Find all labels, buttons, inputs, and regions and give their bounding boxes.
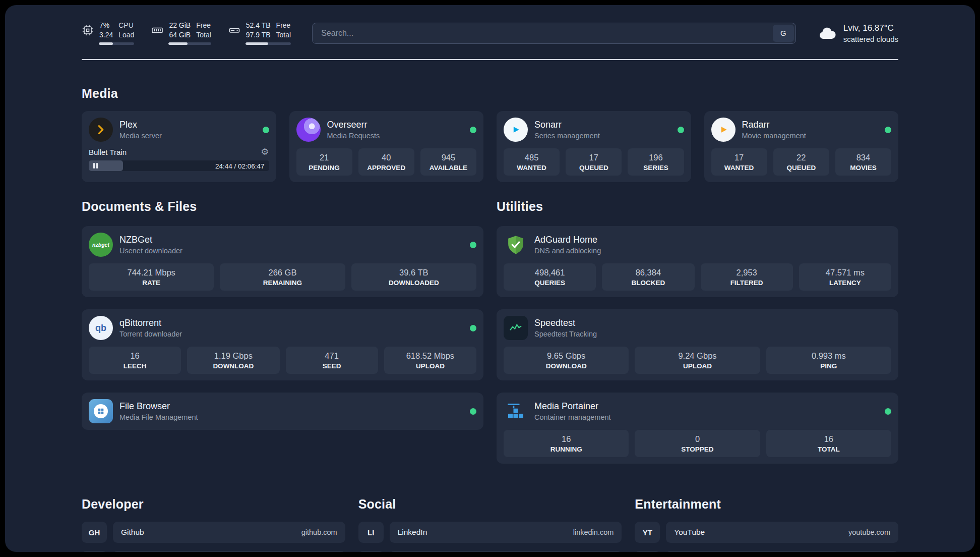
playback-progress-bar[interactable]: 24:44 / 02:06:47 xyxy=(89,160,269,171)
app-subtitle: Media server xyxy=(119,132,162,140)
app-card-adguard[interactable]: AdGuard Home DNS and adblocking 498,461 … xyxy=(497,226,898,297)
status-dot xyxy=(470,242,476,248)
stat-label: STOPPED xyxy=(638,445,757,453)
app-card-nzbget[interactable]: nzbget NZBGet Usenet downloader 744.21 M… xyxy=(82,226,483,297)
ram-free-value: 22 GiB xyxy=(169,21,191,29)
stat-tile: 945 AVAILABLE xyxy=(420,148,476,176)
stat-label: UPLOAD xyxy=(638,362,757,370)
stat-value: 86,384 xyxy=(605,268,691,277)
weather-widget[interactable]: Lviv, 16.87°C scattered clouds xyxy=(817,23,898,43)
stat-label: REMAINING xyxy=(223,279,342,287)
plex-icon xyxy=(89,118,113,142)
stat-value: 1.19 Gbps xyxy=(190,351,276,361)
stat-tile: 9.24 Gbps UPLOAD xyxy=(635,347,760,374)
bookmark-name: Github xyxy=(121,528,144,537)
twitter-icon: TW xyxy=(358,551,384,552)
stat-label: AVAILABLE xyxy=(423,164,473,172)
stat-label: FILTERED xyxy=(704,279,790,287)
section-title-entertainment: Entertainment xyxy=(635,497,898,512)
bookmark-youtube[interactable]: YT YouTube youtube.com xyxy=(635,522,898,543)
stat-tile: 16 TOTAL xyxy=(766,430,891,457)
stat-value: 17 xyxy=(569,153,619,162)
stat-tile: 498,461 QUERIES xyxy=(504,263,596,291)
stat-value: 21 xyxy=(299,153,349,162)
stat-label: QUERIES xyxy=(507,279,593,287)
stat-tile: 834 MOVIES xyxy=(835,148,891,176)
status-dot xyxy=(678,127,684,133)
stat-label: WANTED xyxy=(507,164,557,172)
search-engine-button[interactable]: G xyxy=(773,25,794,42)
stat-value: 22 xyxy=(776,153,826,162)
app-card-sonarr[interactable]: Sonarr Series management 485 WANTED 17 Q… xyxy=(497,111,691,182)
section-title-media: Media xyxy=(82,86,898,101)
stat-value: 16 xyxy=(769,434,888,444)
app-name: Radarr xyxy=(742,120,806,130)
search-bar: G xyxy=(312,23,796,44)
speedtest-icon xyxy=(504,316,528,340)
stat-label: UPLOAD xyxy=(387,362,473,370)
stat-value: 471 xyxy=(289,351,375,361)
bookmark-stackoverflow[interactable]: SO StackOverflow stackoverflow.com xyxy=(82,551,345,552)
stat-tile: 266 GB REMAINING xyxy=(220,263,345,291)
stat-tile: 47.571 ms LATENCY xyxy=(799,263,891,291)
stat-value: 39.6 TB xyxy=(354,268,473,277)
bookmark-netflix[interactable]: NF Netflix netflix.com xyxy=(635,551,898,552)
top-bar: 7% 3.24 CPU Load xyxy=(82,21,898,45)
app-card-speedtest[interactable]: Speedtest Speedtest Tracking 9.65 Gbps D… xyxy=(497,309,898,380)
status-dot xyxy=(470,408,476,415)
youtube-icon: YT xyxy=(635,522,660,543)
app-card-overseerr[interactable]: Overseerr Media Requests 21 PENDING 40 A… xyxy=(289,111,484,182)
stat-label: SERIES xyxy=(631,164,681,172)
app-name: Plex xyxy=(119,120,162,130)
section-title-utilities: Utilities xyxy=(497,199,898,214)
gear-icon[interactable]: ⚙ xyxy=(261,147,269,156)
cpu-percent: 7% xyxy=(99,21,113,29)
stat-label: TOTAL xyxy=(769,445,888,453)
app-subtitle: Media Requests xyxy=(327,132,380,140)
stat-label: MOVIES xyxy=(838,164,888,172)
stat-value: 16 xyxy=(507,434,626,444)
status-dot xyxy=(885,127,891,133)
app-card-filebrowser[interactable]: File Browser Media File Management xyxy=(82,393,483,430)
bookmark-url: youtube.com xyxy=(848,528,890,536)
stat-tile: 16 LEECH xyxy=(89,347,181,374)
ram-monitor: 22 GiB 64 GiB Free Total xyxy=(151,21,211,45)
stat-value: 834 xyxy=(838,153,888,162)
app-card-radarr[interactable]: Radarr Movie management 17 WANTED 22 QUE… xyxy=(704,111,899,182)
stat-value: 196 xyxy=(631,153,681,162)
disk-free-value: 52.4 TB xyxy=(246,21,271,29)
cloud-icon xyxy=(817,23,837,43)
stat-tile: 0.993 ms PING xyxy=(766,347,891,374)
disk-total-value: 97.9 TB xyxy=(246,31,271,39)
stat-tile: 21 PENDING xyxy=(296,148,352,176)
bookmark-twitter[interactable]: TW Twitter twitter.com xyxy=(358,551,622,552)
portainer-icon xyxy=(504,399,528,423)
disk-usage-bar xyxy=(246,42,291,45)
stat-tile: 40 APPROVED xyxy=(358,148,414,176)
bookmark-linkedin[interactable]: LI LinkedIn linkedin.com xyxy=(358,522,622,543)
stat-label: LEECH xyxy=(92,362,178,370)
ram-usage-bar xyxy=(168,42,211,45)
bookmark-github[interactable]: GH Github github.com xyxy=(82,522,345,543)
disk-total-label: Total xyxy=(276,31,291,39)
cpu-label: CPU xyxy=(118,21,134,29)
stat-value: 2,953 xyxy=(704,268,790,277)
search-input[interactable] xyxy=(314,29,773,38)
app-card-qbittorrent[interactable]: qb qBittorrent Torrent downloader 16 LEE… xyxy=(82,309,483,380)
stat-label: QUEUED xyxy=(776,164,826,172)
weather-location: Lviv, 16.87°C xyxy=(843,23,898,33)
cpu-usage-bar xyxy=(99,42,134,45)
app-subtitle: Series management xyxy=(534,132,600,140)
bookmarks-entertainment: Entertainment YT YouTube youtube.com NF … xyxy=(635,497,898,552)
stat-tile: 485 WANTED xyxy=(504,148,560,176)
utilities-column: Utilities AdGuard Home xyxy=(497,182,898,464)
app-name: AdGuard Home xyxy=(534,235,601,245)
cpu-load-value: 3.24 xyxy=(99,31,113,39)
pause-icon[interactable] xyxy=(93,163,98,169)
playback-time: 24:44 / 02:06:47 xyxy=(215,162,265,170)
radarr-icon xyxy=(711,118,736,142)
stat-tile: 744.21 Mbps RATE xyxy=(89,263,214,291)
app-card-plex[interactable]: Plex Media server Bullet Train ⚙ 24:44 /… xyxy=(82,111,276,182)
app-card-portainer[interactable]: Media Portainer Container management 16 … xyxy=(497,393,898,464)
section-title-documents: Documents & Files xyxy=(82,199,483,214)
